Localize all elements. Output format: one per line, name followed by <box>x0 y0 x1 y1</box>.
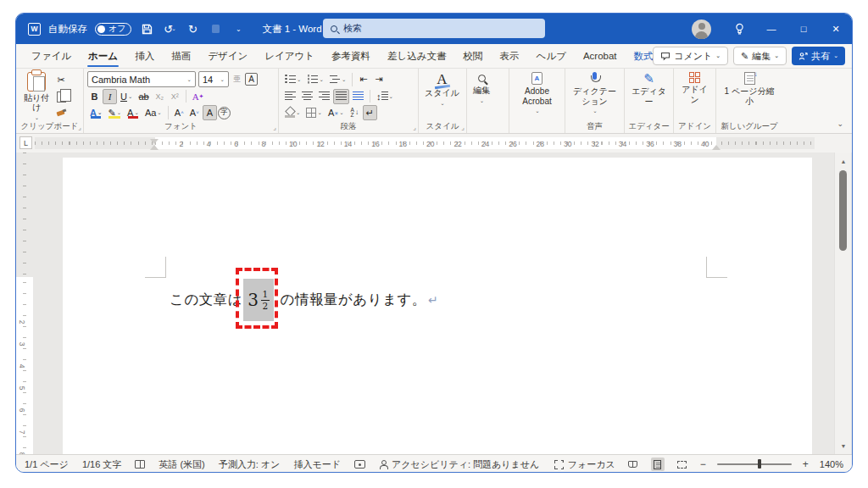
dictation-button[interactable]: ディクテーション ⌄ <box>569 71 620 121</box>
align-right-button[interactable] <box>316 89 332 104</box>
comments-button[interactable]: コメント⌄ <box>653 47 728 65</box>
print-layout-button[interactable] <box>651 458 665 471</box>
asian-layout-button[interactable]: A✳⌄ <box>326 105 347 120</box>
clipboard-dialog-launcher[interactable]: ⌟ <box>78 124 81 131</box>
line-spacing-button[interactable]: ↕⌄ <box>374 89 396 104</box>
tab-stop-selector[interactable]: L <box>19 136 32 149</box>
read-mode-button[interactable] <box>626 458 640 471</box>
scrollbar-thumb[interactable] <box>839 170 847 251</box>
collapse-ribbon-icon[interactable]: ⌄ <box>837 119 843 128</box>
zoom-out-button[interactable]: − <box>700 458 706 470</box>
editing-button[interactable]: 編集 ⌄ <box>470 71 492 121</box>
change-case-button[interactable]: Aa⌄ <box>142 105 164 120</box>
align-center-button[interactable] <box>299 89 315 104</box>
tab-mailings[interactable]: 差し込み文書 <box>379 44 455 68</box>
font-dialog-launcher[interactable]: ⌟ <box>273 124 276 131</box>
page-count[interactable]: 1/1 ページ <box>25 458 69 471</box>
align-left-button[interactable] <box>282 89 298 104</box>
italic-button[interactable]: I <box>103 89 117 104</box>
bold-button[interactable]: B <box>87 89 102 104</box>
font-name-select[interactable]: Cambria Math⌄ <box>87 71 196 87</box>
multilevel-list-button[interactable]: ⌄ <box>327 72 348 87</box>
vertical-ruler[interactable]: 2345678 <box>16 152 33 454</box>
zoom-slider-thumb[interactable] <box>758 459 761 469</box>
lightbulb-icon[interactable] <box>723 21 755 36</box>
maximize-button[interactable]: □ <box>787 14 820 44</box>
increase-indent-button[interactable]: ⇥ <box>371 72 386 87</box>
enclose-characters-button[interactable]: A <box>245 73 258 86</box>
sort-button[interactable]: AZ↓ <box>348 105 362 120</box>
zoom-slider[interactable] <box>717 463 792 465</box>
web-layout-button[interactable] <box>676 458 689 471</box>
search-input[interactable]: 検索 <box>323 19 545 38</box>
numbering-button[interactable]: ⌄ <box>304 72 326 87</box>
scroll-down-icon[interactable]: ▼ <box>835 443 852 449</box>
hanging-indent-marker[interactable] <box>150 145 159 150</box>
tab-references[interactable]: 参考資料 <box>323 44 379 68</box>
language-status[interactable]: 英語 (米国) <box>159 458 204 471</box>
font-size-select[interactable]: 14⌄ <box>198 71 229 87</box>
adobe-acrobat-button[interactable]: A Adobe Acrobat ⌄ <box>513 71 561 121</box>
tab-insert[interactable]: 挿入 <box>126 44 163 68</box>
scroll-up-icon[interactable]: ▲ <box>835 158 852 164</box>
tab-acrobat[interactable]: Acrobat <box>575 44 626 68</box>
redo-icon[interactable]: ↻ <box>185 21 200 36</box>
justify-button[interactable] <box>333 89 349 104</box>
copy-icon[interactable] <box>53 90 69 104</box>
borders-button[interactable]: ⌄ <box>303 105 324 120</box>
first-line-indent-marker[interactable] <box>150 139 159 144</box>
format-painter-icon[interactable] <box>53 107 69 121</box>
character-shading-button[interactable]: A <box>203 105 217 120</box>
addins-button[interactable]: アドイン <box>677 71 712 121</box>
zoom-level[interactable]: 140% <box>820 459 843 469</box>
strikethrough-button[interactable]: ab <box>136 89 151 104</box>
enclose-character-button[interactable]: 字 <box>218 107 231 119</box>
distribute-button[interactable] <box>350 89 366 104</box>
tab-draw[interactable]: 描画 <box>163 44 199 68</box>
accessibility-status[interactable]: アクセシビリティ: 問題ありません <box>379 458 539 471</box>
phonetic-guide-button[interactable]: A⌄ <box>87 105 104 120</box>
document-page[interactable]: この文章は 3 1 2 の情報量があります。 ↵ <box>63 158 812 454</box>
highlight-color-button[interactable]: ✎⌄ <box>105 105 124 120</box>
tab-view[interactable]: 表示 <box>492 44 528 68</box>
paste-button[interactable]: 貼り付け ⌄ <box>19 71 53 121</box>
grow-font-button[interactable]: A˄ <box>172 105 186 120</box>
cut-icon[interactable]: ✂ <box>53 73 69 87</box>
tab-layout[interactable]: レイアウト <box>256 44 323 68</box>
text-effects-button[interactable]: A✦ <box>190 89 207 104</box>
document-text-line[interactable]: この文章は 3 1 2 の情報量があります。 ↵ <box>170 276 438 324</box>
save-icon[interactable] <box>139 21 154 36</box>
show-formatting-marks-button[interactable]: ↵ <box>363 105 377 120</box>
tab-help[interactable]: ヘルプ <box>528 44 575 68</box>
tab-file[interactable]: ファイル <box>23 44 80 68</box>
undo-icon[interactable]: ↺⌄ <box>162 21 177 36</box>
styles-button[interactable]: A スタイル ⌄ <box>422 71 462 121</box>
decrease-indent-button[interactable]: ⇤ <box>356 72 370 87</box>
zoom-in-button[interactable]: + <box>803 458 809 470</box>
font-color-button[interactable]: A⌄ <box>125 105 142 120</box>
close-button[interactable]: ✕ <box>820 14 852 44</box>
tab-home[interactable]: ホーム <box>80 44 126 68</box>
shrink-one-page-button[interactable]: 1 ページ分縮小 <box>720 71 779 121</box>
underline-button[interactable]: U⌄ <box>118 89 135 104</box>
tab-review[interactable]: 校閲 <box>455 44 492 68</box>
right-indent-marker[interactable] <box>712 145 721 150</box>
shrink-font-button[interactable]: A˅ <box>187 105 202 120</box>
proofing-book-icon[interactable] <box>135 460 145 469</box>
paragraph-dialog-launcher[interactable]: ⌟ <box>413 124 416 131</box>
bullets-button[interactable]: ⌄ <box>282 72 303 87</box>
horizontal-ruler[interactable]: 246810121416182022242628303234363840 <box>35 137 815 149</box>
macro-record-icon[interactable] <box>354 460 365 469</box>
minimize-button[interactable]: — <box>755 14 787 44</box>
share-button[interactable]: 共有⌄ <box>792 47 845 65</box>
tab-design[interactable]: デザイン <box>199 44 256 68</box>
insert-mode-status[interactable]: 挿入モード <box>293 458 341 471</box>
styles-dialog-launcher[interactable]: ⌟ <box>461 124 465 131</box>
autosave-toggle[interactable]: オフ <box>95 23 131 36</box>
prediction-status[interactable]: 予測入力: オン <box>219 458 281 471</box>
focus-mode-button[interactable]: フォーカス <box>554 458 615 471</box>
account-avatar[interactable] <box>692 19 711 39</box>
editor-button[interactable]: ✎ エディター <box>628 71 670 121</box>
vertical-scrollbar[interactable]: ▲ ▼ <box>834 152 851 454</box>
quick-access-customize-icon[interactable]: ⌄ <box>231 21 246 36</box>
